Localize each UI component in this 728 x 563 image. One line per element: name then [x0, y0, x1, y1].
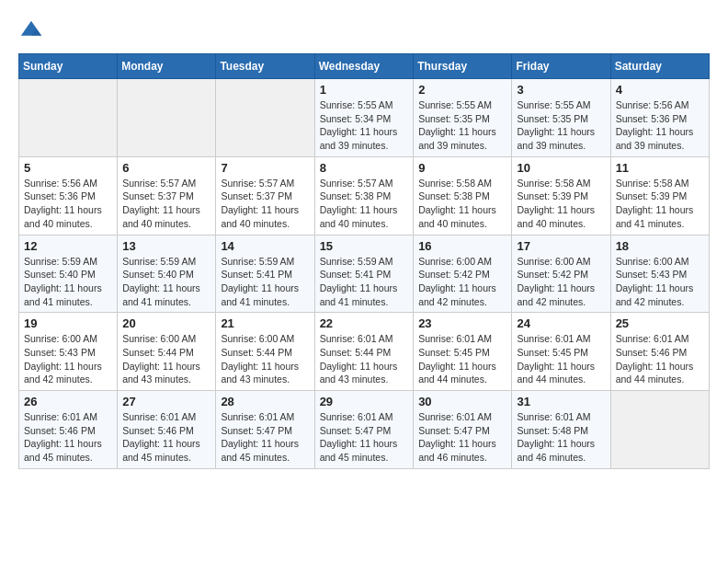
calendar-cell [216, 79, 314, 157]
day-detail: Sunrise: 6:01 AMSunset: 5:47 PMDaylight:… [418, 410, 506, 465]
day-detail: Sunrise: 6:00 AMSunset: 5:44 PMDaylight:… [221, 332, 309, 386]
calendar-cell: 10Sunrise: 5:58 AMSunset: 5:39 PMDayligh… [512, 156, 610, 235]
day-number: 10 [517, 161, 605, 175]
day-number: 6 [122, 161, 210, 175]
day-number: 29 [320, 395, 409, 408]
day-detail: Sunrise: 6:01 AMSunset: 5:46 PMDaylight:… [122, 410, 210, 465]
day-number: 24 [517, 316, 605, 330]
day-number: 7 [221, 161, 309, 175]
day-number: 23 [418, 316, 506, 330]
calendar-cell: 11Sunrise: 5:58 AMSunset: 5:39 PMDayligh… [610, 156, 709, 235]
day-number: 31 [517, 395, 605, 408]
day-number: 26 [24, 395, 112, 408]
day-detail: Sunrise: 5:56 AMSunset: 5:36 PMDaylight:… [24, 177, 112, 231]
day-number: 25 [616, 316, 704, 330]
day-number: 21 [221, 316, 309, 330]
calendar-cell: 31Sunrise: 6:01 AMSunset: 5:48 PMDayligh… [512, 391, 610, 469]
weekday-header: Monday [118, 54, 216, 79]
day-number: 17 [517, 239, 605, 253]
calendar-cell: 19Sunrise: 6:00 AMSunset: 5:43 PMDayligh… [19, 313, 118, 391]
calendar-week-row: 26Sunrise: 6:01 AMSunset: 5:46 PMDayligh… [19, 391, 710, 469]
calendar-cell: 18Sunrise: 6:00 AMSunset: 5:43 PMDayligh… [610, 235, 709, 313]
calendar-week-row: 1Sunrise: 5:55 AMSunset: 5:34 PMDaylight… [19, 79, 710, 157]
day-number: 3 [517, 83, 605, 97]
day-number: 4 [616, 83, 704, 97]
day-detail: Sunrise: 5:55 AMSunset: 5:35 PMDaylight:… [517, 98, 605, 153]
day-detail: Sunrise: 5:56 AMSunset: 5:36 PMDaylight:… [616, 98, 704, 153]
day-number: 5 [24, 161, 112, 175]
day-detail: Sunrise: 5:59 AMSunset: 5:40 PMDaylight:… [24, 255, 112, 309]
day-detail: Sunrise: 5:58 AMSunset: 5:38 PMDaylight:… [418, 177, 506, 231]
day-detail: Sunrise: 6:00 AMSunset: 5:44 PMDaylight:… [122, 332, 210, 386]
weekday-header: Friday [512, 54, 610, 79]
page-header [18, 18, 710, 44]
day-number: 15 [320, 239, 409, 253]
day-detail: Sunrise: 6:01 AMSunset: 5:46 PMDaylight:… [616, 332, 704, 386]
calendar-cell: 23Sunrise: 6:01 AMSunset: 5:45 PMDayligh… [414, 313, 512, 391]
day-detail: Sunrise: 5:55 AMSunset: 5:35 PMDaylight:… [418, 98, 506, 153]
calendar-cell: 7Sunrise: 5:57 AMSunset: 5:37 PMDaylight… [216, 156, 314, 235]
calendar-cell [610, 391, 709, 469]
day-number: 22 [320, 316, 409, 330]
calendar-cell: 4Sunrise: 5:56 AMSunset: 5:36 PMDaylight… [610, 79, 709, 157]
day-number: 16 [418, 239, 506, 253]
calendar-cell: 5Sunrise: 5:56 AMSunset: 5:36 PMDaylight… [19, 156, 118, 235]
day-number: 9 [418, 161, 506, 175]
calendar-cell: 8Sunrise: 5:57 AMSunset: 5:38 PMDaylight… [314, 156, 414, 235]
calendar-cell [118, 79, 216, 157]
weekday-header-row: SundayMondayTuesdayWednesdayThursdayFrid… [19, 54, 710, 79]
day-number: 1 [320, 83, 409, 97]
calendar-cell: 25Sunrise: 6:01 AMSunset: 5:46 PMDayligh… [610, 313, 709, 391]
weekday-header: Saturday [610, 54, 709, 79]
calendar-cell: 30Sunrise: 6:01 AMSunset: 5:47 PMDayligh… [414, 391, 512, 469]
calendar-cell: 3Sunrise: 5:55 AMSunset: 5:35 PMDaylight… [512, 79, 610, 157]
day-detail: Sunrise: 5:59 AMSunset: 5:41 PMDaylight:… [320, 255, 409, 309]
logo [18, 18, 48, 44]
day-detail: Sunrise: 5:59 AMSunset: 5:41 PMDaylight:… [221, 255, 309, 309]
logo-icon [18, 18, 44, 44]
day-number: 2 [418, 83, 506, 97]
calendar-cell: 20Sunrise: 6:00 AMSunset: 5:44 PMDayligh… [118, 313, 216, 391]
calendar-cell: 16Sunrise: 6:00 AMSunset: 5:42 PMDayligh… [414, 235, 512, 313]
day-detail: Sunrise: 5:58 AMSunset: 5:39 PMDaylight:… [616, 177, 704, 231]
day-detail: Sunrise: 6:01 AMSunset: 5:45 PMDaylight:… [418, 332, 506, 386]
calendar-cell: 1Sunrise: 5:55 AMSunset: 5:34 PMDaylight… [314, 79, 414, 157]
day-detail: Sunrise: 6:00 AMSunset: 5:43 PMDaylight:… [24, 332, 112, 386]
calendar-cell: 12Sunrise: 5:59 AMSunset: 5:40 PMDayligh… [19, 235, 118, 313]
day-detail: Sunrise: 5:57 AMSunset: 5:37 PMDaylight:… [122, 177, 210, 231]
day-detail: Sunrise: 5:55 AMSunset: 5:34 PMDaylight:… [320, 98, 409, 153]
day-number: 11 [616, 161, 704, 175]
calendar-cell [19, 79, 118, 157]
calendar-cell: 28Sunrise: 6:01 AMSunset: 5:47 PMDayligh… [216, 391, 314, 469]
day-number: 8 [320, 161, 409, 175]
calendar-cell: 2Sunrise: 5:55 AMSunset: 5:35 PMDaylight… [414, 79, 512, 157]
calendar-cell: 9Sunrise: 5:58 AMSunset: 5:38 PMDaylight… [414, 156, 512, 235]
day-detail: Sunrise: 6:00 AMSunset: 5:42 PMDaylight:… [418, 255, 506, 309]
day-number: 13 [122, 239, 210, 253]
day-detail: Sunrise: 5:59 AMSunset: 5:40 PMDaylight:… [122, 255, 210, 309]
calendar-cell: 27Sunrise: 6:01 AMSunset: 5:46 PMDayligh… [118, 391, 216, 469]
calendar-cell: 17Sunrise: 6:00 AMSunset: 5:42 PMDayligh… [512, 235, 610, 313]
day-number: 19 [24, 316, 112, 330]
day-detail: Sunrise: 6:01 AMSunset: 5:44 PMDaylight:… [320, 332, 409, 386]
day-number: 14 [221, 239, 309, 253]
day-number: 12 [24, 239, 112, 253]
day-number: 28 [221, 395, 309, 408]
day-number: 27 [122, 395, 210, 408]
weekday-header: Thursday [414, 54, 512, 79]
day-detail: Sunrise: 5:58 AMSunset: 5:39 PMDaylight:… [517, 177, 605, 231]
calendar-cell: 13Sunrise: 5:59 AMSunset: 5:40 PMDayligh… [118, 235, 216, 313]
day-detail: Sunrise: 6:01 AMSunset: 5:45 PMDaylight:… [517, 332, 605, 386]
calendar-cell: 26Sunrise: 6:01 AMSunset: 5:46 PMDayligh… [19, 391, 118, 469]
calendar-week-row: 12Sunrise: 5:59 AMSunset: 5:40 PMDayligh… [19, 235, 710, 313]
calendar-cell: 6Sunrise: 5:57 AMSunset: 5:37 PMDaylight… [118, 156, 216, 235]
weekday-header: Tuesday [216, 54, 314, 79]
calendar-cell: 21Sunrise: 6:00 AMSunset: 5:44 PMDayligh… [216, 313, 314, 391]
calendar-cell: 14Sunrise: 5:59 AMSunset: 5:41 PMDayligh… [216, 235, 314, 313]
calendar-week-row: 5Sunrise: 5:56 AMSunset: 5:36 PMDaylight… [19, 156, 710, 235]
weekday-header: Sunday [19, 54, 118, 79]
day-detail: Sunrise: 6:01 AMSunset: 5:46 PMDaylight:… [24, 410, 112, 465]
weekday-header: Wednesday [314, 54, 414, 79]
day-number: 30 [418, 395, 506, 408]
calendar-week-row: 19Sunrise: 6:00 AMSunset: 5:43 PMDayligh… [19, 313, 710, 391]
